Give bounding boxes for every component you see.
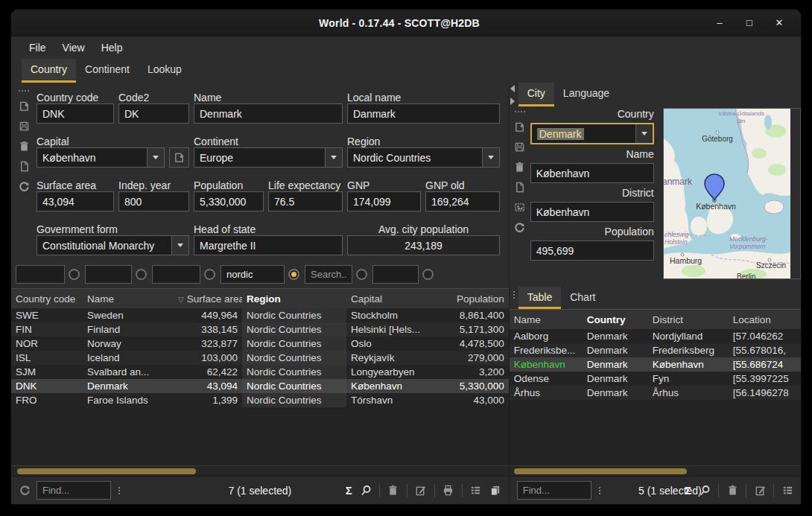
indep-year-field[interactable] xyxy=(118,191,189,211)
table-row[interactable]: SWESweden449,964Nordic CountriesStockhol… xyxy=(11,308,509,322)
menu-view[interactable]: View xyxy=(55,39,92,57)
head-of-state-field[interactable] xyxy=(194,235,343,255)
list-view-icon[interactable] xyxy=(470,485,482,497)
col-city-location[interactable]: Location xyxy=(729,310,801,329)
life-expectancy-field[interactable] xyxy=(268,191,343,211)
refresh-icon[interactable] xyxy=(19,485,31,497)
col-population[interactable]: Population xyxy=(434,289,509,308)
filter-mode-icon[interactable] xyxy=(136,269,147,280)
copy-record-icon[interactable] xyxy=(18,160,30,172)
edit-icon[interactable] xyxy=(754,485,766,497)
table-row[interactable]: SJMSvalbard an...62,422Nordic CountriesL… xyxy=(11,365,509,379)
table-row-selected[interactable]: DNKDenmark43,094Nordic CountriesKøbenhav… xyxy=(11,379,509,393)
col-region[interactable]: Region xyxy=(242,289,346,308)
table-row[interactable]: ÅrhusDenmarkÅrhus[56.1496278 xyxy=(510,386,801,400)
search-icon[interactable] xyxy=(699,485,711,497)
add-capital-button[interactable] xyxy=(169,147,189,168)
table-row[interactable]: FINFinland338,145Nordic CountriesHelsink… xyxy=(11,322,509,337)
col-name[interactable]: Name xyxy=(83,289,174,308)
filter-name-input[interactable] xyxy=(85,265,132,284)
title-bar[interactable]: World - 0.17.44 - SCOTT@H2DB – □ ✕ xyxy=(11,10,801,36)
tab-city[interactable]: City xyxy=(518,83,554,106)
expand-right-icon[interactable] xyxy=(510,98,515,105)
district-field[interactable] xyxy=(530,202,654,222)
delete-record-icon[interactable] xyxy=(18,140,30,152)
filter-mode-icon[interactable] xyxy=(69,269,80,280)
drag-handle-icon[interactable] xyxy=(515,111,525,112)
country-combobox-focused[interactable]: Denmark xyxy=(530,123,654,144)
capital-combobox[interactable]: København xyxy=(37,147,165,168)
delete-record-icon[interactable] xyxy=(514,161,526,173)
continent-combobox[interactable]: Europe xyxy=(194,147,343,168)
save-icon[interactable] xyxy=(18,120,30,132)
splitter-handle-icon[interactable] xyxy=(512,291,516,299)
delete-rows-icon[interactable] xyxy=(726,485,738,497)
close-button[interactable]: ✕ xyxy=(774,17,784,28)
tab-chart[interactable]: Chart xyxy=(561,287,604,309)
country-code-field[interactable] xyxy=(37,103,114,124)
population-field[interactable] xyxy=(194,191,264,211)
maximize-button[interactable]: □ xyxy=(744,17,755,28)
filter-capital-input[interactable] xyxy=(305,265,352,284)
tab-country[interactable]: Country xyxy=(22,59,76,83)
collapse-left-icon[interactable] xyxy=(510,85,515,92)
government-form-combobox[interactable]: Constitutional Monarchy xyxy=(37,235,189,255)
list-view-icon[interactable] xyxy=(781,485,793,497)
scrollbar-thumb[interactable] xyxy=(514,468,687,474)
find-input[interactable] xyxy=(37,481,111,500)
filter-population-input[interactable] xyxy=(372,265,419,284)
menu-file[interactable]: File xyxy=(22,39,54,57)
tab-lookup[interactable]: Lookup xyxy=(139,59,191,83)
edit-icon[interactable] xyxy=(415,485,427,497)
col-city-country[interactable]: Country xyxy=(583,310,648,329)
drag-handle-icon[interactable] xyxy=(19,90,29,92)
save-icon[interactable] xyxy=(514,141,526,153)
col-capital[interactable]: Capital xyxy=(346,289,434,308)
region-combobox[interactable]: Nordic Countries xyxy=(347,147,500,168)
table-row-selected[interactable]: KøbenhavnDenmarkKøbenhavn[55.686724 xyxy=(510,357,801,372)
table-row[interactable]: Frederiksbe...DenmarkFrederiksberg[55.67… xyxy=(510,343,801,357)
refresh-icon[interactable] xyxy=(18,180,30,192)
copy-pages-icon[interactable] xyxy=(489,485,501,497)
refresh-icon[interactable] xyxy=(514,221,526,233)
gnp-field[interactable] xyxy=(347,191,421,211)
scrollbar-thumb[interactable] xyxy=(17,468,196,474)
find-input[interactable] xyxy=(517,481,591,500)
col-country-code[interactable]: Country code xyxy=(11,289,83,308)
more-options-icon[interactable] xyxy=(597,487,602,494)
map-view[interactable]: Västra Götalands län Göteborg anmark Køb… xyxy=(663,108,801,279)
table-row[interactable]: ISLIceland103,000Nordic CountriesReykjav… xyxy=(11,351,509,365)
aggregate-icon[interactable]: Σ xyxy=(346,484,352,497)
menu-help[interactable]: Help xyxy=(94,39,130,57)
add-record-icon[interactable] xyxy=(514,121,526,133)
horizontal-scrollbar[interactable] xyxy=(11,465,509,476)
search-icon[interactable] xyxy=(360,485,372,497)
surface-area-field[interactable] xyxy=(37,191,114,211)
chevron-down-icon[interactable] xyxy=(482,148,499,167)
chevron-down-icon[interactable] xyxy=(325,148,342,167)
local-name-field[interactable] xyxy=(347,103,500,124)
tab-language[interactable]: Language xyxy=(554,83,618,106)
city-name-field[interactable] xyxy=(530,163,654,183)
filter-mode-active-icon[interactable] xyxy=(288,269,299,280)
col-city-district[interactable]: District xyxy=(648,310,729,329)
chevron-down-icon[interactable] xyxy=(171,236,188,255)
name-field[interactable] xyxy=(194,103,343,124)
code2-field[interactable] xyxy=(118,103,189,124)
filter-region-input[interactable] xyxy=(221,265,285,284)
horizontal-scrollbar[interactable] xyxy=(510,465,801,476)
col-city-name[interactable]: Name xyxy=(510,310,583,329)
image-icon[interactable] xyxy=(514,201,526,213)
gnp-old-field[interactable] xyxy=(425,191,500,211)
filter-surface-area-input[interactable] xyxy=(152,265,200,284)
aggregate-icon[interactable]: Σ xyxy=(685,484,691,497)
filter-mode-icon[interactable] xyxy=(204,269,215,280)
minimize-button[interactable]: – xyxy=(714,17,725,28)
city-population-field[interactable] xyxy=(530,241,654,261)
table-row[interactable]: FROFaroe Islands1,399Nordic CountriesTór… xyxy=(11,393,509,407)
tab-table[interactable]: Table xyxy=(518,287,561,309)
table-row[interactable]: AalborgDenmarkNordjylland[57.046262 xyxy=(510,329,801,343)
chevron-down-icon[interactable] xyxy=(147,148,164,167)
more-options-icon[interactable] xyxy=(117,487,121,494)
table-row[interactable]: NORNorway323,877Nordic CountriesOslo4,47… xyxy=(11,337,509,351)
